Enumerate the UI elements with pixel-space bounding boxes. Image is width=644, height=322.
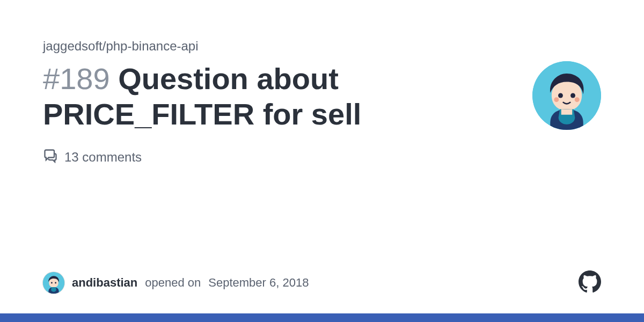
github-logo-icon[interactable]	[579, 270, 601, 295]
avatar[interactable]	[532, 61, 601, 130]
svg-point-2	[570, 93, 575, 98]
author-username[interactable]: andibastian	[72, 276, 137, 290]
issue-card: jaggedsoft/php-binance-api #189 Question…	[0, 0, 644, 322]
comments-count[interactable]: 13 comments	[43, 148, 601, 166]
accent-bar	[0, 313, 644, 322]
svg-point-7	[55, 282, 56, 284]
svg-point-4	[575, 97, 580, 102]
opened-date: September 6, 2018	[208, 276, 309, 290]
svg-point-1	[558, 93, 563, 98]
issue-title[interactable]: #189 Question about PRICE_FILTER for sel…	[43, 61, 462, 132]
issue-number: #189	[43, 62, 110, 96]
comment-discussion-icon	[43, 148, 58, 166]
footer: andibastian opened on September 6, 2018	[43, 270, 601, 295]
author-block[interactable]: andibastian opened on September 6, 2018	[43, 272, 309, 294]
svg-point-6	[51, 282, 53, 284]
title-row: #189 Question about PRICE_FILTER for sel…	[43, 61, 601, 132]
comments-text: 13 comments	[64, 150, 142, 165]
author-avatar[interactable]	[43, 272, 64, 294]
svg-point-3	[554, 97, 559, 102]
repo-path[interactable]: jaggedsoft/php-binance-api	[43, 39, 601, 54]
opened-label: opened on	[145, 276, 201, 290]
